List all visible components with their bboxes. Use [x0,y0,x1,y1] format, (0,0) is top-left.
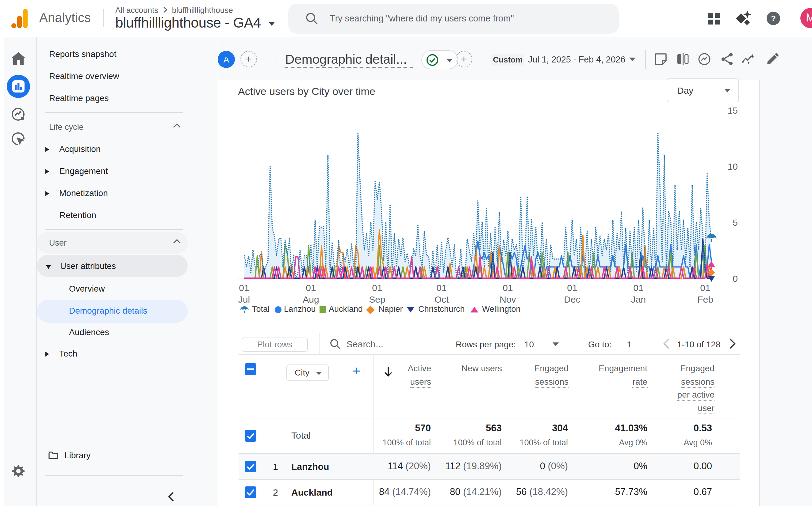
svg-text:01: 01 [306,283,316,293]
svg-text:?: ? [771,14,776,23]
svg-text:01: 01 [372,283,382,293]
svg-text:Jul: Jul [238,294,250,305]
svg-text:Feb: Feb [697,294,713,305]
svg-text:01: 01 [700,283,710,293]
svg-text:Oct: Oct [434,294,449,305]
svg-text:10: 10 [728,161,738,172]
svg-text:01: 01 [567,283,577,293]
svg-text:01: 01 [633,283,644,293]
svg-text:Nov: Nov [499,294,516,305]
svg-text:0: 0 [733,273,738,284]
svg-text:15: 15 [728,105,738,115]
svg-text:Sep: Sep [369,294,385,305]
svg-text:01: 01 [436,283,447,293]
svg-text:01: 01 [502,283,513,293]
svg-text:01: 01 [239,283,249,293]
svg-text:Jan: Jan [631,294,646,305]
svg-text:Aug: Aug [303,294,319,305]
svg-text:5: 5 [733,218,738,228]
svg-text:Dec: Dec [564,294,580,305]
